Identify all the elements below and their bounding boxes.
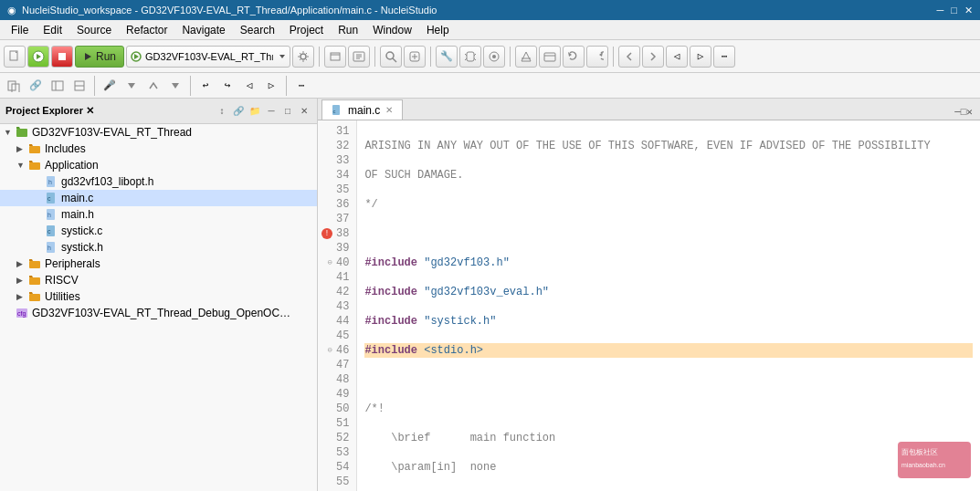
svg-text:mianbaobah.cn: mianbaobah.cn (901, 462, 945, 468)
secondary-btn-up[interactable] (143, 76, 163, 96)
toolbar-btn-7[interactable] (539, 46, 561, 68)
maximize-sidebar-button[interactable]: □ (280, 104, 295, 119)
toolbar-btn-more[interactable]: ⋯ (713, 46, 735, 68)
toolbar-debug[interactable] (459, 46, 481, 68)
menu-file[interactable]: File (4, 22, 36, 38)
toolbar-btn-5[interactable] (404, 46, 426, 68)
editor-body: 31 32 33 34 35 36 37 ! 38 39 ⊖40 41 42 4… (318, 120, 980, 491)
editor-panel: c main.c ✕ ─□✕ 31 32 33 34 35 36 37 ! 38 (318, 99, 980, 491)
menu-run[interactable]: Run (331, 22, 365, 38)
secondary-btn-1[interactable] (4, 76, 24, 96)
toolbar-forward[interactable] (642, 46, 664, 68)
secondary-btn-4[interactable] (69, 76, 90, 96)
secondary-btn-more2[interactable]: ⋯ (291, 76, 311, 96)
toolbar-btn-8[interactable] (563, 46, 585, 68)
close-button[interactable]: ✕ (964, 5, 973, 16)
tree-item-systick-h[interactable]: h systick.h (0, 239, 317, 256)
menu-navigate[interactable]: Navigate (174, 22, 232, 38)
collapse-all-button[interactable]: ↕ (215, 104, 229, 119)
toolbar-btn-6[interactable] (515, 46, 537, 68)
toolbar-btn-9[interactable] (586, 46, 608, 68)
svg-rect-61 (29, 294, 40, 301)
app-icon: ◉ (7, 5, 16, 16)
project-icon (15, 125, 29, 140)
link-editor-button[interactable]: 🔗 (231, 104, 246, 119)
tree-arrow-project: ▼ (4, 128, 15, 137)
run-config-dropdown[interactable]: GD32VF103V-EVAL_RT_Thread_ (126, 46, 290, 68)
tree-item-libopt[interactable]: h gd32vf103_libopt.h (0, 173, 317, 190)
run-settings-button[interactable] (292, 46, 314, 68)
menu-window[interactable]: Window (365, 22, 419, 38)
menu-source[interactable]: Source (69, 22, 119, 38)
ln-53: 53 (321, 445, 349, 460)
run-button[interactable]: Run (75, 46, 124, 68)
tree-item-main-h[interactable]: h main.h (0, 206, 317, 223)
project-explorer-header: Project Explorer ✕ ↕ 🔗 📁 ─ □ ✕ (0, 99, 317, 124)
tree-item-project[interactable]: ▼ GD32VF103V-EVAL_RT_Thread (0, 124, 317, 141)
tree-item-systick-c[interactable]: c systick.c (0, 223, 317, 239)
new-folder-button[interactable]: 📁 (248, 104, 262, 119)
debug-config-label: GD32VF103V-EVAL_RT_Thread_Debug_OpenOC… (32, 307, 290, 319)
tree-item-includes[interactable]: ▶ Includes (0, 141, 317, 157)
main-h-icon: h (44, 207, 58, 222)
close-sidebar-button[interactable]: ✕ (297, 104, 311, 119)
secondary-toolbar: 🔗 🎤 ↩ ↪ ◁ ▷ ⋯ (0, 73, 980, 99)
close-tab-main-c[interactable]: ✕ (385, 105, 393, 115)
editor-tabs: c main.c ✕ ─□✕ (318, 99, 980, 120)
new-button[interactable] (4, 46, 26, 68)
open-button[interactable] (27, 46, 49, 68)
minimize-button[interactable]: ─ (937, 5, 944, 16)
secondary-btn-undo[interactable]: ↩ (195, 76, 216, 96)
toolbar-btn-settings[interactable] (483, 46, 505, 68)
secondary-btn-mic[interactable]: 🎤 (100, 76, 120, 96)
svg-marker-44 (29, 144, 33, 146)
secondary-btn-redo[interactable]: ↪ (217, 76, 237, 96)
stop-button[interactable] (51, 46, 73, 68)
svg-marker-46 (29, 161, 33, 162)
ln-34: 34 (321, 168, 349, 183)
secondary-btn-next2[interactable]: ▷ (261, 76, 281, 96)
svg-marker-7 (279, 55, 285, 58)
tree-item-peripherals[interactable]: ▶ Peripherals (0, 256, 317, 272)
menu-help[interactable]: Help (419, 22, 457, 38)
menu-refactor[interactable]: Refactor (119, 22, 174, 38)
menu-search[interactable]: Search (233, 22, 282, 38)
ln-35: 35 (321, 183, 349, 197)
riscv-label: RISCV (45, 274, 79, 287)
toolbar-btn-next[interactable]: ▷ (690, 46, 711, 68)
project-explorer-title: Project Explorer ✕ (5, 105, 94, 117)
toolbar-btn-prev[interactable]: ◁ (666, 46, 688, 68)
code-editor-content[interactable]: ARISING IN ANY WAY OUT OF THE USE OF THI… (357, 120, 980, 491)
secondary-btn-prev2[interactable]: ◁ (239, 76, 259, 96)
libopt-icon: h (44, 174, 58, 189)
toolbar-wrench[interactable]: 🔧 (436, 46, 458, 68)
svg-rect-35 (52, 81, 63, 90)
tree-item-application[interactable]: ▼ Application (0, 157, 317, 173)
secondary-btn-3[interactable] (47, 76, 68, 96)
menu-edit[interactable]: Edit (36, 22, 69, 38)
minimize-sidebar-button[interactable]: ─ (264, 104, 279, 119)
secondary-btn-link[interactable]: 🔗 (26, 76, 46, 96)
secondary-btn-down-arrow[interactable] (121, 76, 142, 96)
main-h-label: main.h (61, 208, 94, 221)
svg-rect-45 (29, 162, 40, 170)
svg-text:h: h (47, 212, 51, 218)
tree-item-riscv[interactable]: ▶ RISCV (0, 272, 317, 288)
tree-item-main-c[interactable]: c main.c (0, 190, 317, 206)
editor-tab-main-c[interactable]: c main.c ✕ (321, 99, 403, 120)
tree-item-debug-config[interactable]: cfg GD32VF103V-EVAL_RT_Thread_Debug_Open… (0, 305, 317, 321)
toolbar-back[interactable] (618, 46, 640, 68)
utilities-label: Utilities (45, 290, 80, 303)
toolbar-btn-2[interactable] (324, 46, 346, 68)
secondary-btn-down2[interactable] (165, 76, 185, 96)
svg-marker-40 (172, 83, 179, 89)
maximize-button[interactable]: □ (951, 5, 957, 16)
tree-item-utilities[interactable]: ▶ Utilities (0, 288, 317, 305)
svg-rect-67 (898, 442, 971, 478)
line-numbers-gutter: 31 32 33 34 35 36 37 ! 38 39 ⊖40 41 42 4… (318, 120, 357, 491)
toolbar-btn-4[interactable] (380, 46, 402, 68)
toolbar-btn-3[interactable] (348, 46, 370, 68)
editor-maximize-button[interactable]: ─□✕ (951, 104, 976, 120)
menu-project[interactable]: Project (282, 22, 331, 38)
code-line-39 (364, 372, 973, 387)
